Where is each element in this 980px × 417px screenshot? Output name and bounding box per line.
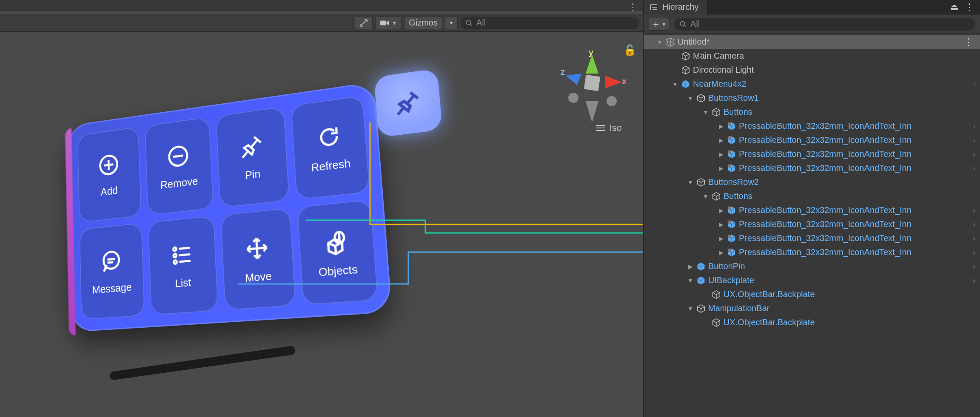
foldout-arrow-icon[interactable]: [687, 179, 694, 186]
near-menu-button-label: Message: [92, 281, 132, 296]
gizmos-caret-button[interactable]: ▼: [445, 17, 458, 29]
hierarchy-tab-label: Hierarchy: [662, 2, 699, 12]
hierarchy-row[interactable]: Directional Light: [644, 63, 980, 77]
hierarchy-item-label: ButtonsRow1: [708, 93, 759, 103]
foldout-arrow-icon[interactable]: [718, 151, 724, 158]
gameobject-cube-icon: [712, 318, 721, 327]
hierarchy-row[interactable]: PressableButton_32x32mm_IconAndText_Inn …: [644, 147, 980, 161]
scene-tab-overflow-icon[interactable]: ⋮: [628, 2, 638, 13]
gizmos-dropdown[interactable]: Gizmos: [404, 17, 442, 29]
foldout-arrow-icon[interactable]: [718, 249, 724, 256]
near-menu-button-label: Move: [245, 269, 272, 285]
scene-viewport[interactable]: 🔓 y x z Iso: [0, 33, 643, 417]
foldout-arrow-icon[interactable]: [718, 123, 724, 130]
axis-y-label: y: [589, 48, 593, 57]
svg-rect-21: [728, 220, 731, 223]
panel-menu-icon[interactable]: ⋮: [965, 2, 974, 13]
scene-root-row[interactable]: Untitled* ⋮: [644, 35, 980, 49]
prefab-open-chevron-icon[interactable]: ›: [973, 135, 976, 145]
hierarchy-row[interactable]: NearMenu4x2 ›: [644, 77, 980, 91]
near-menu-button-move[interactable]: Move: [220, 207, 296, 310]
near-menu-button-label: Add: [100, 184, 118, 199]
hierarchy-row[interactable]: PressableButton_32x32mm_IconAndText_Inn …: [644, 231, 980, 245]
hierarchy-row[interactable]: PressableButton_32x32mm_IconAndText_Inn …: [644, 217, 980, 231]
hierarchy-tab-icon: [650, 3, 658, 11]
foldout-arrow-icon[interactable]: [702, 193, 709, 200]
prefab-open-chevron-icon[interactable]: ›: [973, 261, 976, 271]
axis-gizmo[interactable]: y x z: [558, 50, 626, 127]
scene-view: ⋮ ▼ Gizmos ▼ All 🔓: [0, 0, 643, 417]
hierarchy-item-label: UX.ObjectBar.Backplate: [724, 289, 815, 299]
prefab-open-chevron-icon[interactable]: ›: [973, 163, 976, 173]
gameobject-cube-icon: [712, 108, 721, 117]
hierarchy-row[interactable]: Buttons: [644, 105, 980, 119]
near-menu-button-list[interactable]: List: [148, 216, 219, 315]
prefab-open-chevron-icon[interactable]: ›: [973, 247, 976, 257]
move-icon: [243, 234, 271, 263]
svg-point-1: [466, 20, 471, 25]
prefab-open-chevron-icon[interactable]: ›: [973, 205, 976, 215]
scene-context-menu-icon[interactable]: ⋮: [964, 37, 976, 48]
gameobject-cube-icon: [696, 94, 706, 103]
hierarchy-row[interactable]: UX.ObjectBar.Backplate: [644, 287, 980, 301]
panel-lock-icon[interactable]: ⏏: [950, 2, 959, 13]
near-menu-button-add[interactable]: Add: [77, 127, 142, 223]
foldout-arrow-icon[interactable]: [687, 263, 694, 270]
prefab-open-chevron-icon[interactable]: ›: [973, 121, 976, 131]
projection-toggle[interactable]: Iso: [596, 122, 622, 133]
foldout-arrow-icon[interactable]: [702, 109, 709, 116]
foldout-arrow-icon[interactable]: [718, 221, 724, 228]
camera-icon: [380, 20, 389, 26]
hierarchy-row[interactable]: ButtonPin ›: [644, 259, 980, 273]
near-menu-button-objects[interactable]: Objects: [297, 199, 379, 305]
foldout-arrow-icon[interactable]: [656, 39, 663, 45]
button-pin-floating[interactable]: [374, 68, 442, 138]
hierarchy-row[interactable]: UIBackplate ›: [644, 273, 980, 287]
prefab-open-chevron-icon[interactable]: ›: [973, 149, 976, 159]
hierarchy-row[interactable]: PressableButton_32x32mm_IconAndText_Inn …: [644, 119, 980, 133]
hierarchy-tab[interactable]: Hierarchy: [644, 0, 708, 14]
near-menu-button-refresh[interactable]: Refresh: [291, 95, 370, 200]
hierarchy-item-label: UX.ObjectBar.Backplate: [724, 318, 815, 327]
prefab-open-chevron-icon[interactable]: ›: [973, 233, 976, 243]
foldout-arrow-icon[interactable]: [687, 305, 694, 312]
manipulation-bar[interactable]: [109, 345, 296, 380]
gameobject-cube-icon: [696, 276, 706, 285]
hierarchy-row[interactable]: Main Camera: [644, 49, 980, 63]
scene-search-input[interactable]: All: [460, 17, 639, 29]
foldout-arrow-icon[interactable]: [718, 165, 724, 172]
hierarchy-row[interactable]: UX.ObjectBar.Backplate: [644, 315, 980, 329]
svg-rect-5: [584, 75, 600, 91]
scene-camera-button[interactable]: ▼: [375, 17, 402, 29]
prefab-open-chevron-icon[interactable]: ›: [973, 79, 976, 89]
hierarchy-row[interactable]: Buttons: [644, 189, 980, 203]
prefab-open-chevron-icon[interactable]: ›: [973, 219, 976, 229]
hierarchy-row[interactable]: PressableButton_32x32mm_IconAndText_Inn …: [644, 133, 980, 147]
hierarchy-item-label: PressableButton_32x32mm_IconAndText_Inn: [739, 149, 912, 159]
foldout-arrow-icon[interactable]: [672, 81, 678, 88]
hierarchy-search-input[interactable]: All: [674, 18, 975, 31]
hierarchy-row[interactable]: ManipulationBar: [644, 301, 980, 315]
foldout-arrow-icon[interactable]: [687, 95, 694, 102]
hierarchy-row[interactable]: ButtonsRow1: [644, 91, 980, 105]
hierarchy-item-label: Buttons: [724, 107, 752, 117]
hierarchy-toolbar: ＋ ▼ All: [644, 14, 980, 34]
scene-tab-strip: ⋮: [0, 0, 643, 11]
hierarchy-item-label: ButtonsRow2: [708, 177, 759, 187]
foldout-arrow-icon[interactable]: [718, 207, 724, 214]
foldout-arrow-icon[interactable]: [687, 277, 694, 284]
svg-rect-18: [728, 150, 731, 153]
foldout-arrow-icon[interactable]: [718, 137, 724, 144]
prefab-open-chevron-icon[interactable]: ›: [973, 275, 976, 285]
scene-tools-button[interactable]: [355, 17, 373, 29]
gameobject-cube-icon: [727, 206, 736, 215]
hierarchy-item-label: ButtonPin: [708, 261, 745, 271]
hierarchy-row[interactable]: PressableButton_32x32mm_IconAndText_Inn …: [644, 203, 980, 217]
hierarchy-tree: Untitled* ⋮ Main Camera Directional Ligh…: [644, 34, 980, 329]
hierarchy-row[interactable]: PressableButton_32x32mm_IconAndText_Inn …: [644, 245, 980, 259]
hierarchy-create-button[interactable]: ＋ ▼: [649, 18, 669, 31]
hierarchy-row[interactable]: ButtonsRow2: [644, 175, 980, 189]
foldout-arrow-icon[interactable]: [718, 235, 724, 242]
hierarchy-row[interactable]: PressableButton_32x32mm_IconAndText_Inn …: [644, 161, 980, 175]
svg-point-15: [680, 21, 685, 26]
